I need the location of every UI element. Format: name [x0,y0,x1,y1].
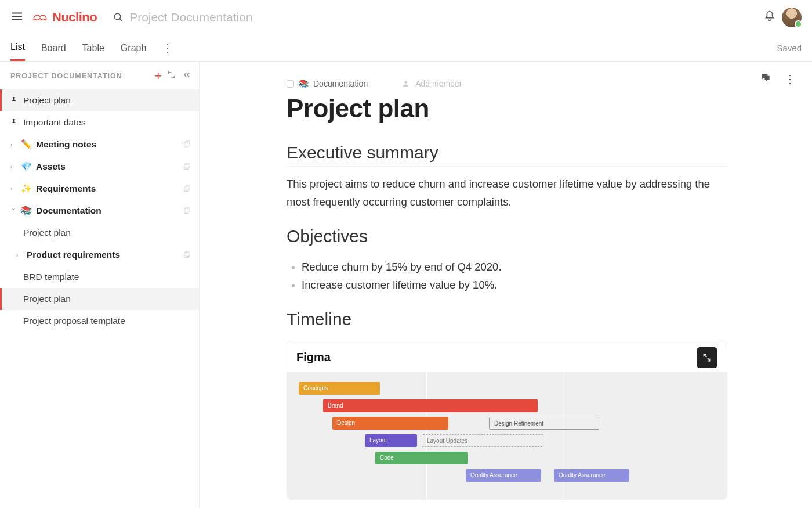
pinned-item[interactable]: Project plan [0,89,199,111]
caret-icon: › [10,142,16,148]
more-icon[interactable]: ⋮ [784,72,796,86]
gantt-bar: Quality Assurance [554,469,629,482]
tree-item-meeting-notes[interactable]: › ✏️ Meeting notes [0,134,199,156]
tab-board[interactable]: Board [41,36,66,60]
tree-child[interactable]: BRD template [0,266,199,288]
tree-child[interactable]: Project plan [0,222,199,244]
copy-icon[interactable] [183,163,191,171]
copy-icon[interactable] [183,207,191,215]
checkbox-icon[interactable] [287,80,294,88]
gantt-bar: Design Refinement [489,417,599,430]
brand-name: Nuclino [52,10,97,25]
add-page-icon[interactable]: + [154,70,162,82]
expand-icon[interactable] [168,71,177,81]
search-field[interactable]: Project Documentation [113,10,252,24]
exec-body: This project aims to reduce churn and in… [287,175,727,211]
tree-item-requirements[interactable]: › ✨ Requirements [0,178,199,200]
content-actions: ⋮ [760,72,796,86]
section-heading-obj: Objectives [287,226,727,250]
pinned-label: Project plan [23,95,191,106]
tree-label: Documentation [36,206,178,216]
tab-graph[interactable]: Graph [121,36,146,60]
emoji-icon: ✏️ [21,139,31,150]
view-tabs: List Board Table Graph ⋮ Saved [0,35,812,62]
add-member-label: Add member [415,79,462,88]
copy-icon[interactable] [183,185,191,193]
gantt-bar: Brand [323,399,538,412]
tree-label: Meeting notes [36,139,178,150]
objective-item: Increase customer lifetime value by 10%. [293,276,727,294]
tree-item-assets[interactable]: › 💎 Assets [0,156,199,178]
saved-status: Saved [777,43,802,53]
pinned-label: Important dates [23,117,191,128]
collapse-sidebar-icon[interactable] [183,71,192,81]
content-area: ⋮ 📚 Documentation Add member Project pla… [200,62,812,508]
sidebar-header: PROJECT DOCUMENTATION + [0,62,199,88]
figma-header: Figma [287,341,727,372]
gantt-chart: ConceptsBrandDesignDesign RefinementLayo… [287,372,727,499]
brand-logo[interactable]: Nuclino [31,10,97,25]
section-heading-timeline: Timeline [287,309,727,333]
tab-list[interactable]: List [10,35,25,61]
gantt-bar: Concepts [299,382,380,395]
menu-icon[interactable] [10,10,23,25]
pinned-item[interactable]: Important dates [0,111,199,134]
copy-icon[interactable] [183,251,191,259]
copy-icon[interactable] [183,140,191,149]
tree-child-active[interactable]: Project plan [0,288,199,310]
svg-point-12 [404,81,407,84]
add-member-button[interactable]: Add member [403,79,462,88]
svg-point-0 [114,13,121,20]
tree-label: BRD template [23,272,191,282]
emoji-icon: ✨ [21,183,31,194]
svg-line-1 [119,19,122,21]
sidebar-title: PROJECT DOCUMENTATION [10,72,148,80]
gantt-bar: Layout Updates [422,434,543,447]
tree-child[interactable]: › Product requirements [0,244,199,266]
emoji-icon: 📚 [21,206,31,216]
objective-item: Reduce churn by 15% by end of Q4 2020. [293,258,727,276]
tree-label: Project plan [23,228,191,238]
search-icon [113,12,124,23]
section-heading-exec: Executive summary [287,143,727,167]
pin-icon [10,96,19,105]
sidebar: PROJECT DOCUMENTATION + Project plan Imp… [0,62,200,508]
sidebar-tree: Project plan Important dates › ✏️ Meetin… [0,88,199,332]
caret-icon: › [10,186,16,192]
tab-table[interactable]: Table [82,36,104,60]
figma-embed: Figma ConceptsBrandDesignDesign Refineme… [287,341,727,500]
tree-label: Product requirements [27,250,178,260]
figma-title: Figma [296,351,331,364]
main-layout: PROJECT DOCUMENTATION + Project plan Imp… [0,62,812,508]
topbar: Nuclino Project Documentation [0,0,812,35]
gantt-bar: Layout [365,434,417,447]
pin-icon [10,118,19,127]
expand-embed-button[interactable] [697,347,717,368]
notifications-icon[interactable] [763,10,776,25]
gantt-bar: Quality Assurance [466,469,541,482]
comments-icon[interactable] [760,72,771,86]
page-title: Project plan [287,94,727,123]
tree-item-documentation[interactable]: › 📚 Documentation [0,200,199,222]
document: 📚 Documentation Add member Project plan … [287,79,727,500]
emoji-icon: 💎 [21,161,31,172]
user-avatar[interactable] [782,8,802,27]
tabs-more-icon[interactable]: ⋮ [162,42,173,55]
caret-icon: › [16,252,22,258]
tree-child[interactable]: Project proposal template [0,310,199,332]
gantt-bar: Code [375,452,468,464]
tree-label: Requirements [36,183,178,194]
gantt-bar: Design [332,417,448,430]
doc-meta: 📚 Documentation Add member [287,79,727,88]
objectives-list: Reduce churn by 15% by end of Q4 2020. I… [287,258,727,294]
tree-label: Project proposal template [23,316,191,326]
breadcrumb-emoji: 📚 [299,79,309,88]
breadcrumb-text: Documentation [313,79,368,88]
search-placeholder: Project Documentation [129,10,252,24]
tree-label: Project plan [23,294,191,304]
caret-down-icon: › [10,208,17,214]
caret-icon: › [10,164,16,170]
tree-label: Assets [36,161,178,172]
breadcrumb[interactable]: 📚 Documentation [287,79,368,88]
